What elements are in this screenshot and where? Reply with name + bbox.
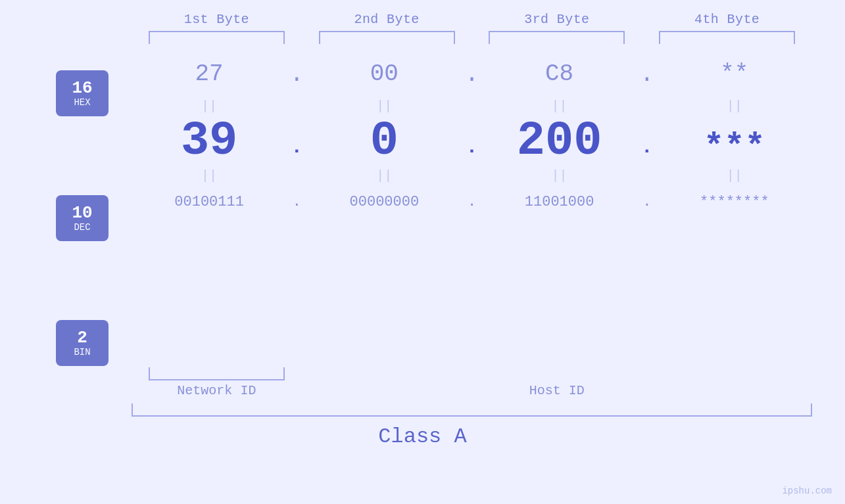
bin-b3: 11001000 bbox=[525, 194, 594, 210]
bracket-top-1 bbox=[149, 31, 285, 44]
bracket-top-3 bbox=[489, 31, 625, 44]
bin-b4-cell: ******** bbox=[657, 188, 812, 217]
bracket-cell-2 bbox=[302, 31, 472, 44]
byte2-header: 2nd Byte bbox=[302, 12, 472, 27]
network-id-label: Network ID bbox=[132, 383, 302, 398]
hex-badge-label: HEX bbox=[74, 97, 90, 108]
hex-dot3: . bbox=[637, 61, 657, 88]
dec-b1: 39 bbox=[181, 114, 237, 168]
bin-b1-cell: 00100111 bbox=[132, 188, 287, 217]
labels-column: 16 HEX 10 DEC 2 BIN bbox=[33, 51, 132, 366]
equals-row-1: || || || || bbox=[132, 98, 812, 115]
bracket-cell-4 bbox=[642, 31, 812, 44]
dec-dot2: . bbox=[462, 136, 482, 165]
bin-badge: 2 BIN bbox=[56, 320, 109, 366]
eq1-b4: || bbox=[657, 98, 812, 115]
values-area: 27 . 00 . C8 . ** bbox=[132, 51, 812, 217]
id-labels: Network ID Host ID bbox=[33, 383, 812, 398]
hex-b4-cell: ** bbox=[657, 51, 812, 98]
bin-b2: 00000000 bbox=[350, 194, 420, 210]
dec-b2: 0 bbox=[370, 114, 398, 168]
bin-b4: ******** bbox=[700, 194, 769, 210]
eq1-b1: || bbox=[132, 98, 287, 115]
bracket-cell-1 bbox=[132, 31, 302, 44]
hex-badge-num: 16 bbox=[72, 79, 92, 98]
bin-b2-cell: 00000000 bbox=[306, 188, 462, 217]
hex-dot2: . bbox=[462, 61, 482, 88]
dec-dot1: . bbox=[287, 136, 306, 165]
bin-badge-label: BIN bbox=[74, 347, 90, 357]
bin-b3-cell: 11001000 bbox=[482, 188, 637, 217]
dec-dot3: . bbox=[637, 136, 657, 165]
dec-badge-num: 10 bbox=[72, 204, 92, 223]
dec-b2-cell: 0 bbox=[306, 118, 462, 165]
eq2-b2: || bbox=[306, 168, 462, 185]
hex-b3-cell: C8 bbox=[482, 51, 637, 98]
hex-dot1: . bbox=[287, 61, 306, 88]
dec-b3: 200 bbox=[517, 114, 602, 168]
dec-b4-cell: *** bbox=[657, 131, 812, 165]
byte4-header: 4th Byte bbox=[642, 12, 812, 27]
dec-badge: 10 DEC bbox=[56, 195, 109, 241]
dec-b4: *** bbox=[704, 128, 765, 167]
dec-badge-label: DEC bbox=[74, 222, 90, 233]
bracket-top-4 bbox=[659, 31, 795, 44]
eq2-b4: || bbox=[657, 168, 812, 185]
bottom-bracket-cell-3 bbox=[472, 367, 642, 380]
dec-b1-cell: 39 bbox=[132, 118, 287, 165]
main-area: 16 HEX 10 DEC 2 BIN 27 . bbox=[33, 51, 812, 366]
equals-row-2: || || || || bbox=[132, 168, 812, 185]
bracket-top-2 bbox=[319, 31, 455, 44]
hex-row: 27 . 00 . C8 . ** bbox=[132, 51, 812, 98]
eq1-b3: || bbox=[482, 98, 637, 115]
bottom-bracket-cell-1 bbox=[132, 367, 302, 380]
byte-headers: 1st Byte 2nd Byte 3rd Byte 4th Byte bbox=[33, 12, 812, 27]
byte1-header: 1st Byte bbox=[132, 12, 302, 27]
bin-row: 00100111 . 00000000 . 11001000 . bbox=[132, 188, 812, 217]
bin-badge-num: 2 bbox=[77, 329, 87, 348]
byte3-header: 3rd Byte bbox=[472, 12, 642, 27]
hex-b3: C8 bbox=[545, 60, 573, 87]
top-brackets bbox=[33, 31, 812, 44]
hex-b1-cell: 27 bbox=[132, 51, 287, 98]
hex-b4: ** bbox=[720, 60, 748, 87]
eq2-b3: || bbox=[482, 168, 637, 185]
eq1-b2: || bbox=[306, 98, 462, 115]
hex-b2: 00 bbox=[370, 60, 398, 87]
dec-b3-cell: 200 bbox=[482, 118, 637, 165]
bottom-bracket-cell-4 bbox=[642, 367, 812, 380]
hex-b2-cell: 00 bbox=[306, 51, 462, 98]
bin-dot3: . bbox=[637, 194, 657, 210]
eq2-b1: || bbox=[132, 168, 287, 185]
watermark: ipshu.com bbox=[782, 486, 832, 496]
class-label: Class A bbox=[33, 424, 812, 449]
bin-dot2: . bbox=[462, 194, 482, 210]
bin-b1: 00100111 bbox=[174, 194, 244, 210]
dec-row: 39 . 0 . 200 . *** bbox=[132, 118, 812, 165]
main-container: 1st Byte 2nd Byte 3rd Byte 4th Byte 16 H… bbox=[0, 0, 845, 504]
full-bottom-bracket bbox=[132, 403, 812, 417]
hex-b1: 27 bbox=[195, 60, 224, 87]
bin-dot1: . bbox=[287, 194, 306, 210]
bottom-bracket-cell-2 bbox=[302, 367, 472, 380]
host-id-label: Host ID bbox=[302, 383, 812, 398]
hex-badge: 16 HEX bbox=[56, 70, 109, 116]
bottom-brackets bbox=[33, 367, 812, 380]
bracket-cell-3 bbox=[472, 31, 642, 44]
bracket-bottom-1 bbox=[149, 367, 285, 380]
